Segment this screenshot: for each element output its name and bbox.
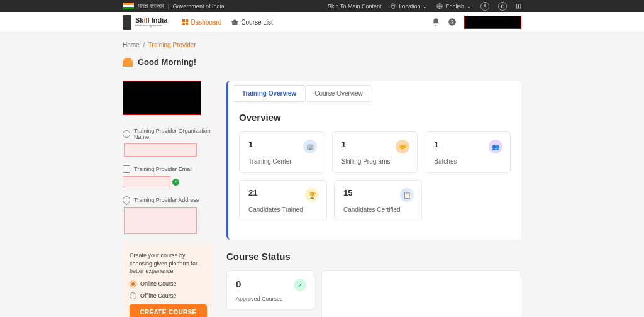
govt-english: Government of India: [173, 3, 225, 9]
email-row: ✓: [123, 176, 214, 187]
radio-online[interactable]: Online Course: [130, 281, 207, 287]
skill-india-logo[interactable]: Skill India कौशल भारत-कुशल भारत: [135, 17, 167, 27]
logo-subtext: कौशल भारत-कुशल भारत: [135, 24, 167, 27]
language-label: English: [445, 3, 464, 9]
bell-icon[interactable]: [431, 18, 440, 26]
font-size-a-icon[interactable]: A: [480, 2, 489, 11]
stat-label: Batches: [434, 158, 501, 165]
stat-batches[interactable]: 1 👥 Batches: [425, 131, 511, 173]
chevron-down-icon: ⌄: [467, 3, 472, 9]
top-bar: भारत सरकार | Government of India Skip To…: [0, 0, 644, 12]
stat-skilling-programs[interactable]: 1 🤝 Skilling Programs: [332, 131, 418, 173]
field-org-name: Training Provider Organization Name: [123, 128, 214, 157]
radio-online-label: Online Course: [140, 281, 177, 287]
tabs: Training Overview Course Overview: [233, 85, 517, 102]
stat-candidates-certified[interactable]: 15 📋 Candidates Certified: [334, 180, 422, 221]
field-header: Training Provider Address: [123, 196, 214, 204]
svg-text:?: ?: [451, 19, 454, 25]
create-course-button[interactable]: CREATE COURSE: [130, 304, 207, 317]
language-selector[interactable]: English ⌄: [436, 3, 472, 9]
graduation-cap-icon: [231, 19, 238, 25]
breadcrumb: Home / Training Provider: [123, 42, 521, 48]
radio-offline-label: Offline Course: [140, 292, 176, 299]
overview-row-2: 21 🏆 Candidates Trained 15 📋 Candidates …: [233, 180, 517, 221]
navbar: Skill India कौशल भारत-कुशल भारत Dashboar…: [0, 12, 644, 33]
contrast-icon[interactable]: ◐: [498, 2, 507, 11]
overview-title: Overview: [239, 112, 517, 123]
verified-check-icon: ✓: [172, 179, 179, 186]
stat-training-center[interactable]: 1 🏢 Training Center: [239, 131, 325, 173]
overview-panel: Training Overview Course Overview Overvi…: [226, 81, 521, 240]
topbar-right: Skip To Main Content Location ⌄ English …: [328, 2, 521, 11]
svg-point-0: [393, 4, 394, 6]
radio-offline[interactable]: Offline Course: [130, 292, 207, 299]
radio-icon: [130, 292, 136, 299]
tab-training-overview[interactable]: Training Overview: [233, 85, 306, 102]
sun-icon: [123, 58, 133, 67]
accessibility-icon[interactable]: ⊞: [516, 2, 521, 10]
certificate-icon: 📋: [400, 188, 414, 202]
status-col: 0 ✓ Approved Courses 0 ⏱ Submitted for A…: [226, 270, 314, 317]
field-email: Training Provider Email ✓: [123, 165, 214, 187]
navbar-left: Skill India कौशल भारत-कुशल भारत Dashboar…: [123, 15, 273, 30]
group-icon: 👥: [489, 140, 502, 153]
nav-links: Dashboard Course List: [182, 19, 273, 26]
divider: |: [168, 3, 169, 9]
sidebar: Training Provider Organization Name Trai…: [123, 81, 214, 317]
emblem-icon: [123, 15, 131, 30]
mail-icon: [123, 165, 130, 173]
course-status-title: Course Status: [226, 251, 521, 262]
org-name-value: [124, 143, 197, 157]
navbar-right: ?: [431, 16, 521, 29]
nav-dashboard[interactable]: Dashboard: [182, 19, 221, 26]
location-pin-icon: [121, 195, 132, 206]
globe-icon: [436, 3, 443, 9]
overview-row-1: 1 🏢 Training Center 1 🤝 Skilling Program…: [233, 131, 517, 173]
check-circle-icon: ✓: [294, 279, 306, 291]
location-label: Location: [399, 3, 420, 9]
stat-label: Skilling Programs: [341, 158, 409, 165]
create-text: Create your course by choosing given pla…: [130, 252, 207, 275]
course-status-section: Course Status 0 ✓ Approved Courses 0 ⏱ S…: [226, 251, 521, 317]
stat-candidates-trained[interactable]: 21 🏆 Candidates Trained: [239, 180, 327, 221]
stat-label: Candidates Certified: [343, 206, 413, 213]
building-icon: 🏢: [303, 140, 317, 153]
greeting: Good Morning!: [123, 57, 521, 67]
nav-courselist-label: Course List: [241, 19, 273, 26]
breadcrumb-home[interactable]: Home: [123, 42, 140, 48]
chevron-down-icon: ⌄: [423, 3, 428, 9]
email-label: Training Provider Email: [134, 166, 192, 172]
address-value: [124, 207, 197, 234]
dashboard-grid-icon: [182, 19, 188, 25]
email-value: [123, 176, 170, 187]
greeting-text: Good Morning!: [138, 57, 196, 67]
content: Home / Training Provider Good Morning! T…: [0, 33, 644, 317]
address-label: Training Provider Address: [134, 197, 199, 203]
stat-approved-courses[interactable]: 0 ✓ Approved Courses: [226, 270, 314, 310]
india-flag-icon: [123, 3, 134, 9]
tab-course-overview[interactable]: Course Overview: [305, 85, 372, 102]
create-course-card: Create your course by choosing given pla…: [123, 243, 214, 317]
help-icon[interactable]: ?: [448, 18, 457, 26]
field-address: Training Provider Address: [123, 196, 214, 234]
location-selector[interactable]: Location ⌄: [390, 3, 428, 9]
breadcrumb-current: Training Provider: [148, 42, 196, 48]
nav-dashboard-label: Dashboard: [191, 19, 221, 26]
stat-label: Candidates Trained: [248, 206, 318, 213]
status-row: 0 ✓ Approved Courses 0 ⏱ Submitted for A…: [226, 270, 521, 317]
location-pin-icon: [390, 3, 396, 9]
status-label: Approved Courses: [236, 296, 305, 302]
spacer: [429, 180, 511, 221]
skip-link[interactable]: Skip To Main Content: [328, 3, 381, 9]
layout: Training Provider Organization Name Trai…: [123, 81, 521, 317]
person-icon: [123, 130, 130, 138]
radio-icon: [130, 281, 136, 287]
user-profile-box[interactable]: [464, 16, 521, 29]
govt-hindi: भारत सरकार: [138, 3, 164, 9]
field-header: Training Provider Organization Name: [123, 128, 214, 140]
breadcrumb-sep: /: [143, 42, 145, 48]
trophy-icon: 🏆: [305, 188, 319, 202]
provider-logo-box: [123, 81, 201, 115]
nav-course-list[interactable]: Course List: [231, 19, 273, 26]
topbar-left: भारत सरकार | Government of India: [123, 3, 224, 9]
